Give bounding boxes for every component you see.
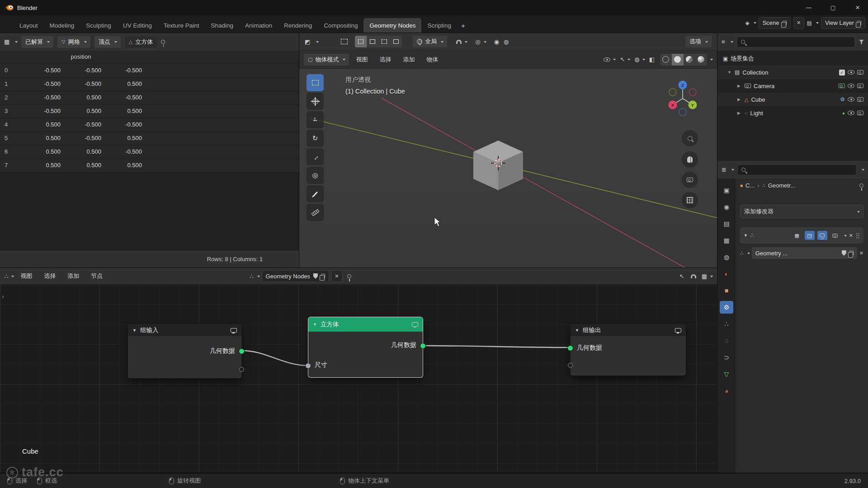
workspace-tab-shading[interactable]: Shading (205, 18, 239, 33)
outliner-editor-type-icon[interactable]: ≡ (722, 38, 725, 45)
properties-editor-chevron-icon[interactable]: ▾ (731, 168, 734, 172)
node-menu-select[interactable]: 选择 (39, 272, 61, 280)
outliner-row-scene-collection[interactable]: ▣ 场景集合 (717, 52, 868, 66)
outliner-row-light[interactable]: ▶ ◌ Light ● (717, 106, 868, 120)
add-modifier-button[interactable]: 添加修改器 ▾ (740, 205, 863, 218)
shading-solid[interactable] (672, 54, 684, 66)
snap-magnet-icon[interactable] (456, 40, 462, 44)
workspace-tab-modeling[interactable]: Modeling (44, 18, 80, 33)
proportional-editing-controls[interactable]: ◎▾ (475, 38, 486, 45)
properties-tab-particles-icon[interactable]: ∴ (720, 318, 733, 330)
node-group-input[interactable]: ▼ 组输入 几何数据 (127, 324, 242, 379)
minimize-button[interactable]: — (798, 0, 819, 15)
modifier-delete-icon[interactable]: ✕ (849, 233, 853, 239)
maximize-button[interactable]: ▢ (823, 0, 844, 15)
select-mode-intersect[interactable] (390, 36, 402, 47)
tree-name-field[interactable]: Geometry Nodes (262, 270, 329, 282)
outliner-row-cube[interactable]: ▶ △ Cube ⚙ (717, 93, 868, 106)
node-group-output[interactable]: ▼ 组输出 几何数据 (570, 324, 686, 376)
close-button[interactable]: ✕ (847, 0, 868, 15)
spreadsheet-object-crumb[interactable]: △ 立方体 (125, 36, 157, 48)
collection-render-icon[interactable] (857, 70, 863, 75)
workspace-tab-sculpting[interactable]: Sculpting (80, 18, 117, 33)
menu-select[interactable]: 选择 (374, 56, 396, 64)
tool-select-box[interactable] (307, 74, 324, 91)
node-group-output-header[interactable]: ▼ 组输出 (571, 324, 686, 336)
socket-virtual-input[interactable] (568, 363, 573, 368)
properties-search-input[interactable] (737, 164, 857, 175)
spreadsheet-pin-icon[interactable] (161, 40, 165, 44)
light-render-icon[interactable] (857, 111, 863, 115)
spreadsheet-dataset-select[interactable]: 已解算▾ (21, 36, 53, 48)
node-snap-magnet-icon[interactable] (691, 274, 696, 278)
modifier-render-toggle[interactable] (830, 231, 840, 240)
node-collapse-icon[interactable]: ▼ (132, 328, 137, 333)
scene-selector[interactable]: Scene (759, 17, 791, 29)
viewport-canvas[interactable]: 用户透视 (1) Collection | Cube ↻ ↔ ◎ (299, 69, 717, 267)
workspace-tab-geometry-nodes[interactable]: Geometry Nodes (363, 18, 421, 33)
socket-geometry-output[interactable] (239, 348, 245, 354)
menu-add[interactable]: 添加 (398, 56, 420, 64)
shading-rendered[interactable] (695, 54, 707, 66)
node-monitor-icon[interactable] (675, 328, 681, 333)
transform-orientation-select[interactable]: 全局 ▾ (413, 36, 447, 47)
scene-icon[interactable]: ◈ (745, 20, 749, 26)
camera-render-icon[interactable] (857, 84, 863, 88)
node-menu-add[interactable]: 添加 (62, 272, 84, 280)
scene-browse-chevron-icon[interactable]: ▾ (754, 21, 756, 25)
mode-select[interactable]: ▢ 物体模式 ▾ (304, 54, 349, 66)
shading-material[interactable] (684, 54, 695, 66)
modifier-extras-chevron-icon[interactable]: ▾ (844, 234, 847, 238)
tool-annotate[interactable] (307, 185, 324, 202)
socket-virtual-output[interactable] (239, 367, 244, 372)
properties-tab-physics-icon[interactable]: ◌ (720, 334, 733, 347)
spreadsheet-editor-type-chevron-icon[interactable]: ▾ (15, 40, 18, 44)
proportional-editing-icon[interactable]: ◎ (475, 38, 480, 45)
view-layer-copy-icon[interactable] (857, 21, 861, 25)
node-monitor-icon[interactable] (412, 322, 418, 327)
overlays-toggle-icon[interactable]: ◍ (504, 38, 509, 45)
tree-browse-chevron-icon[interactable]: ▾ (257, 274, 260, 278)
properties-editor-type-icon[interactable]: ≣ (722, 166, 726, 173)
tree-fake-user-icon[interactable] (313, 273, 318, 279)
node-monitor-icon[interactable] (231, 328, 237, 333)
properties-tab-tool-icon[interactable]: ▣ (720, 184, 733, 197)
gizmo-dropdown[interactable]: ↖▾ (620, 56, 630, 63)
workspace-tab-texture-paint[interactable]: Texture Paint (158, 18, 205, 33)
tool-options-dropdown[interactable]: 选项▾ (685, 36, 712, 47)
snap-target-icon[interactable]: ▦ (702, 273, 707, 280)
navigation-gizmo[interactable]: Z X Y (661, 77, 704, 120)
tree-copy-icon[interactable] (321, 274, 325, 278)
node-cube-header[interactable]: ▼ 立方体 (308, 317, 423, 332)
camera-expand-icon[interactable]: ▶ (737, 84, 742, 88)
node-editor-type-chevron-icon[interactable]: ▾ (11, 274, 14, 278)
menu-view[interactable]: 视图 (351, 56, 373, 64)
nodetree-unlink-icon[interactable]: ✕ (859, 250, 863, 256)
properties-pin-icon[interactable] (859, 183, 863, 188)
node-group-input-header[interactable]: ▼ 组输入 (128, 324, 241, 336)
node-cube[interactable]: ▼ 立方体 几何数据 尺寸 (308, 317, 423, 378)
cube-expand-icon[interactable]: ▶ (737, 97, 742, 102)
visibility-dropdown[interactable]: ▾ (604, 57, 615, 62)
modifier-edit-mode-toggle[interactable]: ▦ (792, 231, 802, 240)
outliner-search-input[interactable] (737, 37, 855, 47)
tree-pin-icon[interactable] (347, 274, 351, 278)
properties-tab-render-icon[interactable]: ◉ (720, 201, 733, 213)
tool-settings-editor-icon[interactable]: ◩ (305, 38, 310, 45)
workspace-tab-layout[interactable]: Layout (14, 18, 44, 33)
cube-render-icon[interactable] (857, 97, 863, 102)
tree-unlink-button[interactable]: ✕ (331, 270, 342, 282)
view-layer-selector[interactable]: View Layer (821, 17, 865, 29)
shading-wireframe[interactable] (660, 54, 672, 66)
add-workspace-button[interactable]: + (457, 18, 469, 33)
spreadsheet-component-select[interactable]: ▽ 网格▾ (57, 36, 90, 48)
properties-tab-modifiers-icon[interactable]: ⚙ (720, 301, 733, 314)
tool-measure[interactable] (307, 204, 324, 221)
node-collapse-icon[interactable]: ▼ (575, 328, 579, 333)
light-hide-icon[interactable] (848, 111, 854, 115)
view-layer-icon[interactable]: ▤ (807, 20, 812, 26)
collection-hide-icon[interactable] (848, 70, 854, 75)
parent-tree-icon[interactable]: ↖ (679, 273, 684, 280)
properties-tab-constraints-icon[interactable]: ⊃ (720, 351, 733, 364)
modifier-panel-header[interactable]: ▼ ∴ ▦ ◳ ▾ ✕ (740, 227, 863, 244)
